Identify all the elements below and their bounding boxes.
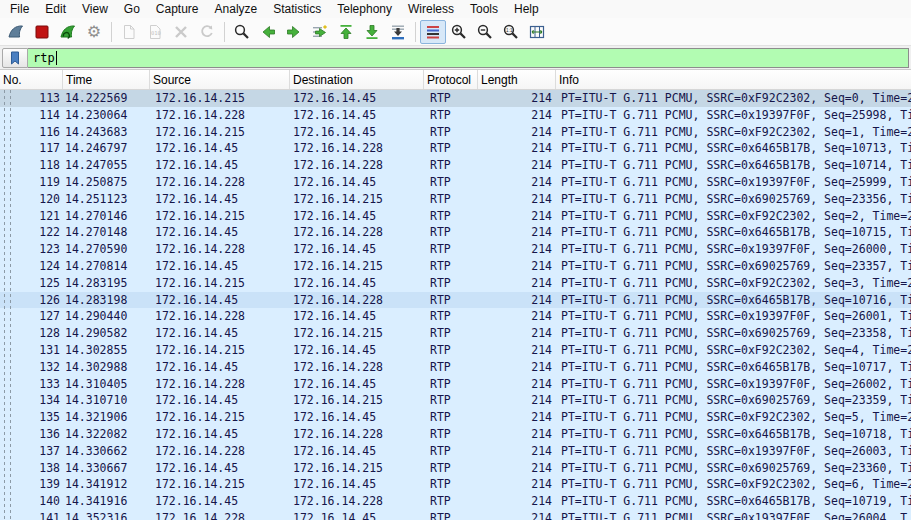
packet-row[interactable]: 14114.352316172.16.14.228172.16.14.45RTP… — [0, 510, 911, 520]
packet-row[interactable]: 11914.250875172.16.14.228172.16.14.45RTP… — [0, 174, 911, 191]
packet-destination: 172.16.14.228 — [290, 359, 424, 376]
packet-row[interactable]: 12314.270590172.16.14.228172.16.14.45RTP… — [0, 241, 911, 258]
close-file-button — [168, 20, 194, 44]
packet-row[interactable]: 13814.330667172.16.14.45172.16.14.215RTP… — [0, 460, 911, 477]
start-capture-button[interactable] — [3, 20, 29, 44]
find-packet-icon — [233, 23, 251, 41]
menu-item-go[interactable]: Go — [116, 1, 148, 17]
packet-destination: 172.16.14.45 — [290, 174, 424, 191]
menu-item-tools[interactable]: Tools — [462, 1, 506, 17]
packet-protocol: RTP — [424, 409, 478, 426]
menu-item-wireless[interactable]: Wireless — [400, 1, 462, 17]
go-to-packet-icon — [311, 23, 329, 41]
packet-row[interactable]: 12414.270814172.16.14.45172.16.14.215RTP… — [0, 258, 911, 275]
packet-no: 121 — [0, 208, 63, 225]
packet-row[interactable]: 11414.230064172.16.14.228172.16.14.45RTP… — [0, 107, 911, 124]
menu-item-analyze[interactable]: Analyze — [207, 1, 266, 17]
column-header-info[interactable]: Info — [556, 70, 911, 89]
packet-source: 172.16.14.45 — [150, 325, 290, 342]
column-header-length[interactable]: Length — [478, 70, 556, 89]
packet-row[interactable]: 11614.243683172.16.14.215172.16.14.45RTP… — [0, 124, 911, 141]
packet-row[interactable]: 11814.247055172.16.14.45172.16.14.228RTP… — [0, 157, 911, 174]
colorize-button[interactable] — [420, 20, 446, 44]
packet-row[interactable]: 12114.270146172.16.14.215172.16.14.45RTP… — [0, 208, 911, 225]
zoom-out-button[interactable] — [472, 20, 498, 44]
packet-row[interactable]: 11714.246797172.16.14.45172.16.14.228RTP… — [0, 140, 911, 157]
packet-protocol: RTP — [424, 275, 478, 292]
packet-row[interactable]: 12014.251123172.16.14.45172.16.14.215RTP… — [0, 191, 911, 208]
packet-source: 172.16.14.228 — [150, 443, 290, 460]
close-file-icon — [172, 23, 190, 41]
packet-length: 214 — [478, 90, 556, 107]
packet-source: 172.16.14.228 — [150, 107, 290, 124]
packet-no: 120 — [0, 191, 63, 208]
packet-length: 214 — [478, 493, 556, 510]
packet-time: 14.330662 — [63, 443, 150, 460]
go-back-button[interactable] — [255, 20, 281, 44]
menu-item-telephony[interactable]: Telephony — [329, 1, 400, 17]
packet-protocol: RTP — [424, 157, 478, 174]
packet-no: 126 — [0, 292, 63, 309]
packet-row[interactable]: 12814.290582172.16.14.45172.16.14.215RTP… — [0, 325, 911, 342]
menu-item-help[interactable]: Help — [506, 1, 547, 17]
column-header-source[interactable]: Source — [150, 70, 290, 89]
packet-no: 117 — [0, 140, 63, 157]
packet-protocol: RTP — [424, 325, 478, 342]
menu-item-file[interactable]: File — [2, 1, 37, 17]
packet-row[interactable]: 13914.341912172.16.14.215172.16.14.45RTP… — [0, 476, 911, 493]
column-header-time[interactable]: Time — [63, 70, 150, 89]
resize-columns-button[interactable] — [524, 20, 550, 44]
auto-scroll-icon — [389, 23, 407, 41]
menu-item-statistics[interactable]: Statistics — [265, 1, 329, 17]
packet-destination: 172.16.14.45 — [290, 208, 424, 225]
packet-destination: 172.16.14.45 — [290, 241, 424, 258]
packet-row[interactable]: 14014.341916172.16.14.45172.16.14.228RTP… — [0, 493, 911, 510]
packet-row[interactable]: 12214.270148172.16.14.45172.16.14.228RTP… — [0, 224, 911, 241]
filter-bookmark-button[interactable] — [2, 48, 28, 68]
packet-length: 214 — [478, 292, 556, 309]
go-last-packet-button[interactable] — [359, 20, 385, 44]
packet-length: 214 — [478, 376, 556, 393]
go-forward-button[interactable] — [281, 20, 307, 44]
restart-capture-button[interactable] — [55, 20, 81, 44]
packet-row[interactable]: 13614.322082172.16.14.45172.16.14.228RTP… — [0, 426, 911, 443]
column-header-no[interactable]: No. — [0, 70, 63, 89]
go-first-packet-button[interactable] — [333, 20, 359, 44]
stop-capture-button[interactable] — [29, 20, 55, 44]
packet-time: 14.290582 — [63, 325, 150, 342]
packet-time: 14.250875 — [63, 174, 150, 191]
packet-row[interactable]: 13314.310405172.16.14.228172.16.14.45RTP… — [0, 376, 911, 393]
packet-row[interactable]: 12714.290440172.16.14.228172.16.14.45RTP… — [0, 308, 911, 325]
packet-time: 14.283198 — [63, 292, 150, 309]
find-packet-button[interactable] — [229, 20, 255, 44]
capture-options-button[interactable]: ⚙ — [81, 20, 107, 44]
packet-time: 14.270148 — [63, 224, 150, 241]
zoom-in-button[interactable] — [446, 20, 472, 44]
packet-row[interactable]: 13114.302855172.16.14.215172.16.14.45RTP… — [0, 342, 911, 359]
packet-row[interactable]: 13514.321906172.16.14.215172.16.14.45RTP… — [0, 409, 911, 426]
open-file-button — [116, 20, 142, 44]
packet-row[interactable]: 11314.222569172.16.14.215172.16.14.45RTP… — [0, 90, 911, 107]
packet-info: PT=ITU-T G.711 PCMU, SSRC=0x19397F0F, Se… — [556, 443, 911, 460]
packet-length: 214 — [478, 510, 556, 520]
packet-time: 14.310405 — [63, 376, 150, 393]
zoom-original-button[interactable]: 1:1 — [498, 20, 524, 44]
bookmark-icon — [7, 50, 23, 66]
packet-row[interactable]: 13714.330662172.16.14.228172.16.14.45RTP… — [0, 443, 911, 460]
packet-row[interactable]: 12514.283195172.16.14.215172.16.14.45RTP… — [0, 275, 911, 292]
packet-destination: 172.16.14.45 — [290, 275, 424, 292]
auto-scroll-button[interactable] — [385, 20, 411, 44]
packet-length: 214 — [478, 409, 556, 426]
packet-row[interactable]: 13414.310710172.16.14.45172.16.14.215RTP… — [0, 392, 911, 409]
menu-item-view[interactable]: View — [74, 1, 116, 17]
column-header-destination[interactable]: Destination — [290, 70, 424, 89]
packet-row[interactable]: 12614.283198172.16.14.45172.16.14.228RTP… — [0, 292, 911, 309]
display-filter-input[interactable]: rtp — [28, 48, 909, 68]
go-to-packet-button[interactable] — [307, 20, 333, 44]
packet-info: PT=ITU-T G.711 PCMU, SSRC=0xF92C2302, Se… — [556, 409, 911, 426]
packet-no: 116 — [0, 124, 63, 141]
packet-row[interactable]: 13214.302988172.16.14.45172.16.14.228RTP… — [0, 359, 911, 376]
menu-item-capture[interactable]: Capture — [148, 1, 207, 17]
column-header-protocol[interactable]: Protocol — [424, 70, 478, 89]
menu-item-edit[interactable]: Edit — [37, 1, 74, 17]
